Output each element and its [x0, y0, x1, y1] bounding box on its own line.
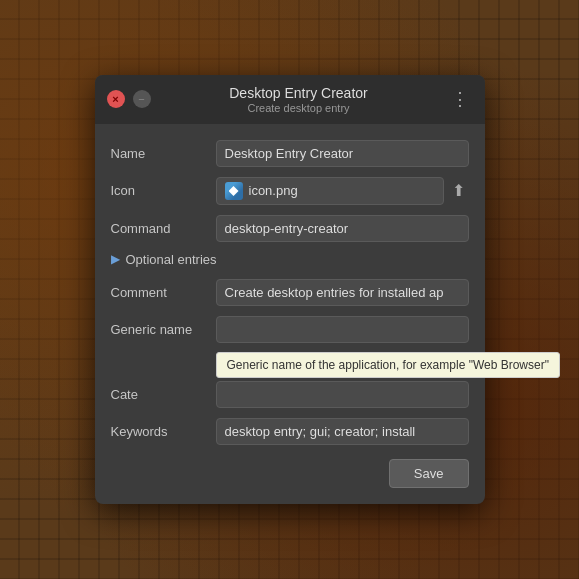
icon-filename: icon.png: [249, 183, 435, 198]
generic-name-tooltip: Generic name of the application, for exa…: [216, 352, 560, 378]
comment-label: Comment: [111, 285, 216, 300]
keywords-input[interactable]: [216, 418, 469, 445]
categories-row: Cate: [111, 381, 469, 408]
toggle-arrow-icon: ▶: [111, 252, 120, 266]
command-row: Command: [111, 215, 469, 242]
generic-name-section: Generic name Generic name of the applica…: [111, 316, 469, 343]
generic-name-input[interactable]: [216, 316, 469, 343]
dialog-body: Name Icon icon.png ⬆ Command ▶ Optional …: [95, 124, 485, 504]
close-button[interactable]: ×: [107, 90, 125, 108]
icon-field: icon.png: [216, 177, 444, 205]
dialog-title: Desktop Entry Creator: [151, 85, 447, 102]
command-label: Command: [111, 221, 216, 236]
icon-preview: [225, 182, 243, 200]
icon-row: Icon icon.png ⬆: [111, 177, 469, 205]
generic-name-row: Generic name: [111, 316, 469, 343]
command-input[interactable]: [216, 215, 469, 242]
icon-label: Icon: [111, 183, 216, 198]
upload-icon-button[interactable]: ⬆: [448, 179, 469, 202]
keywords-label: Keywords: [111, 424, 216, 439]
save-row: Save: [111, 459, 469, 488]
dialog-window: × − Desktop Entry Creator Create desktop…: [95, 75, 485, 504]
dialog-subtitle: Create desktop entry: [151, 102, 447, 114]
categories-label: Cate: [111, 387, 216, 402]
keywords-row: Keywords: [111, 418, 469, 445]
titlebar-title-group: Desktop Entry Creator Create desktop ent…: [151, 85, 447, 114]
comment-row: Comment: [111, 279, 469, 306]
titlebar: × − Desktop Entry Creator Create desktop…: [95, 75, 485, 124]
titlebar-controls: × −: [107, 90, 151, 108]
menu-button[interactable]: ⋮: [447, 88, 473, 110]
minimize-button[interactable]: −: [133, 90, 151, 108]
name-input[interactable]: [216, 140, 469, 167]
name-label: Name: [111, 146, 216, 161]
icon-shape: [229, 186, 239, 196]
optional-toggle[interactable]: ▶ Optional entries: [111, 252, 469, 267]
categories-input[interactable]: [216, 381, 469, 408]
optional-label: Optional entries: [126, 252, 217, 267]
name-row: Name: [111, 140, 469, 167]
save-button[interactable]: Save: [389, 459, 469, 488]
generic-name-label: Generic name: [111, 322, 216, 337]
comment-input[interactable]: [216, 279, 469, 306]
